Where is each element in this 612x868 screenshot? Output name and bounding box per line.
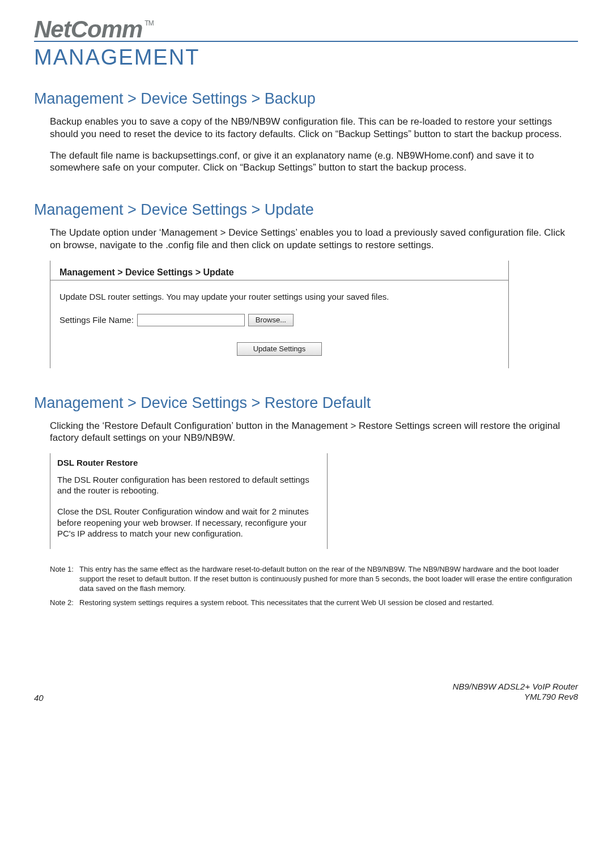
settings-file-label: Settings File Name: bbox=[60, 315, 134, 325]
restore-ss-p2: Close the DSL Router Configuration windo… bbox=[57, 506, 320, 539]
restore-ss-title: DSL Router Restore bbox=[50, 453, 327, 469]
note-1-text: This entry has the same effect as the ha… bbox=[79, 565, 578, 594]
update-ss-description: Update DSL router settings. You may upda… bbox=[60, 292, 499, 301]
restore-screenshot: DSL Router Restore The DSL Router config… bbox=[50, 453, 328, 549]
restore-paragraph-1: Clicking the ‘Restore Default Configurat… bbox=[34, 420, 578, 445]
section-heading-update: Management > Device Settings > Update bbox=[34, 201, 578, 219]
section-heading-backup: Management > Device Settings > Backup bbox=[34, 90, 578, 108]
backup-paragraph-2: The default file name is backupsettings.… bbox=[34, 150, 578, 175]
page-title: MANAGEMENT bbox=[34, 45, 578, 70]
note-2-text: Restoring system settings requires a sys… bbox=[79, 598, 578, 608]
update-screenshot: Management > Device Settings > Update Up… bbox=[50, 261, 509, 368]
browse-button[interactable]: Browse... bbox=[248, 314, 294, 326]
update-ss-breadcrumb: Management > Device Settings > Update bbox=[50, 261, 508, 280]
page-number: 40 bbox=[34, 693, 44, 703]
update-settings-button[interactable]: Update Settings bbox=[237, 342, 322, 356]
note-1-label: Note 1: bbox=[50, 565, 79, 594]
trademark: TM bbox=[144, 19, 153, 27]
note-2-label: Note 2: bbox=[50, 598, 79, 608]
notes-block: Note 1: This entry has the same effect a… bbox=[34, 565, 578, 608]
brand-logo: NetComm TM bbox=[34, 16, 578, 43]
section-heading-restore: Management > Device Settings > Restore D… bbox=[34, 394, 578, 412]
update-paragraph-1: The Update option under ‘Management > De… bbox=[34, 227, 578, 252]
restore-ss-p1: The DSL Router configuration has been re… bbox=[57, 474, 320, 496]
page-footer: 40 NB9/NB9W ADSL2+ VoIP Router YML790 Re… bbox=[34, 682, 578, 703]
footer-product-line-2: YML790 Rev8 bbox=[453, 692, 578, 703]
brand-name: NetComm bbox=[34, 16, 142, 43]
settings-file-input[interactable] bbox=[137, 314, 245, 326]
backup-paragraph-1: Backup enables you to save a copy of the… bbox=[34, 116, 578, 141]
footer-product-line-1: NB9/NB9W ADSL2+ VoIP Router bbox=[453, 682, 578, 692]
